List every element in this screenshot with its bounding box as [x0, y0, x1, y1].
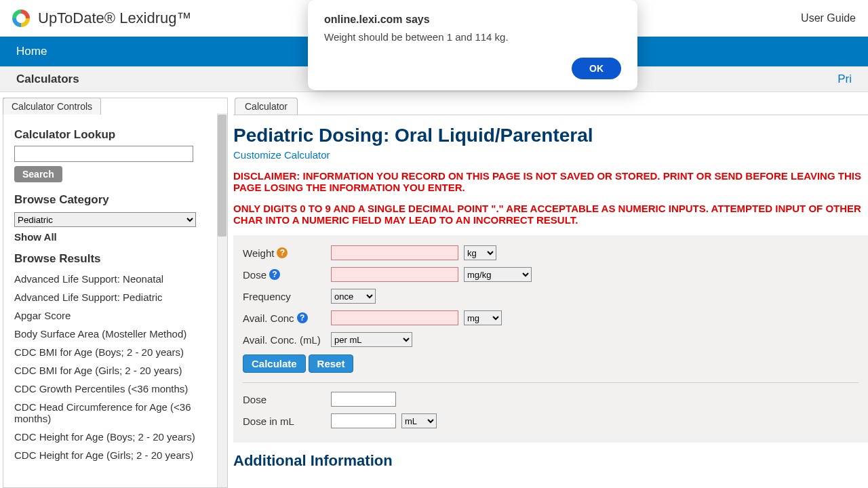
- dose-label: Dose: [243, 269, 267, 281]
- sidebar: Calculator Controls Calculator Lookup Se…: [3, 98, 228, 488]
- conc-label: Avail. Conc: [243, 312, 294, 324]
- sidebar-tab[interactable]: Calculator Controls: [3, 98, 101, 115]
- frequency-select[interactable]: once: [331, 289, 376, 304]
- content-tab[interactable]: Calculator: [235, 98, 298, 115]
- calculate-button[interactable]: Calculate: [243, 354, 306, 373]
- page-title: Pediatric Dosing: Oral Liquid/Parenteral: [233, 125, 868, 146]
- help-icon[interactable]: ?: [269, 269, 280, 280]
- help-icon[interactable]: ?: [277, 247, 288, 258]
- category-select[interactable]: Pediatric: [14, 212, 196, 227]
- output-doseml: [331, 413, 396, 428]
- calculator-form: Weight? kg Dose? mg/kg Frequency once Av…: [233, 235, 868, 443]
- alert-ok-button[interactable]: OK: [572, 58, 621, 79]
- user-guide-link[interactable]: User Guide: [801, 12, 856, 24]
- dose-unit-select[interactable]: mg/kg: [464, 267, 532, 282]
- output-doseml-unit[interactable]: mL: [401, 413, 437, 428]
- output-doseml-label: Dose in mL: [243, 415, 331, 427]
- weight-unit-select[interactable]: kg: [464, 245, 496, 260]
- list-item[interactable]: Advanced Life Support: Pediatric: [14, 288, 216, 306]
- brand-logo-icon: [12, 9, 30, 27]
- nav-home[interactable]: Home: [16, 45, 47, 58]
- help-icon[interactable]: ?: [297, 312, 308, 323]
- output-dose: [331, 392, 396, 407]
- list-item[interactable]: CDC Growth Percentiles (<36 months): [14, 380, 216, 398]
- subnav-title: Calculators: [16, 73, 79, 86]
- disclaimer-1: DISCLAIMER: INFORMATION YOU RECORD ON TH…: [233, 170, 868, 193]
- list-item[interactable]: CDC Head Circumference for Age (<36 mont…: [14, 398, 216, 428]
- list-item[interactable]: CDC Height for Age (Boys; 2 - 20 years): [14, 428, 216, 446]
- content-area: Calculator Pediatric Dosing: Oral Liquid…: [228, 98, 868, 488]
- dose-input[interactable]: [331, 267, 458, 282]
- lookup-input[interactable]: [14, 146, 193, 162]
- customize-link[interactable]: Customize Calculator: [233, 149, 330, 161]
- brand-name: UpToDate® Lexidrug™: [38, 9, 192, 27]
- frequency-label: Frequency: [243, 291, 331, 302]
- browse-category-heading: Browse Category: [14, 193, 216, 207]
- list-item[interactable]: CDC BMI for Age (Girls; 2 - 20 years): [14, 361, 216, 380]
- list-item[interactable]: Body Surface Area (Mosteller Method): [14, 325, 216, 343]
- results-list: Advanced Life Support: NeonatalAdvanced …: [14, 270, 216, 464]
- browse-results-heading: Browse Results: [14, 252, 216, 266]
- weight-input[interactable]: [331, 245, 458, 260]
- alert-dialog: online.lexi.com says Weight should be be…: [308, 0, 637, 90]
- reset-button[interactable]: Reset: [309, 354, 354, 373]
- lookup-heading: Calculator Lookup: [14, 128, 216, 142]
- show-all-link[interactable]: Show All: [14, 231, 216, 243]
- conc-input[interactable]: [331, 310, 458, 325]
- scrollbar-thumb[interactable]: [218, 115, 226, 237]
- search-button[interactable]: Search: [14, 166, 62, 182]
- list-item[interactable]: Advanced Life Support: Neonatal: [14, 270, 216, 288]
- alert-domain: online.lexi.com says: [324, 14, 621, 26]
- alert-message: Weight should be between 1 and 114 kg.: [324, 31, 621, 43]
- conc-unit-select[interactable]: mg: [464, 310, 502, 325]
- print-link[interactable]: Pri: [837, 73, 852, 86]
- concml-label: Avail. Conc. (mL): [243, 334, 331, 346]
- list-item[interactable]: CDC Height for Age (Girls; 2 - 20 years): [14, 446, 216, 464]
- weight-label: Weight: [243, 247, 274, 259]
- concml-select[interactable]: per mL: [331, 332, 412, 347]
- list-item[interactable]: CDC BMI for Age (Boys; 2 - 20 years): [14, 343, 216, 361]
- disclaimer-2: ONLY DIGITS 0 TO 9 AND A SINGLE DECIMAL …: [233, 203, 868, 226]
- list-item[interactable]: Apgar Score: [14, 306, 216, 325]
- output-dose-label: Dose: [243, 394, 331, 405]
- additional-info-heading: Additional Information: [233, 452, 868, 470]
